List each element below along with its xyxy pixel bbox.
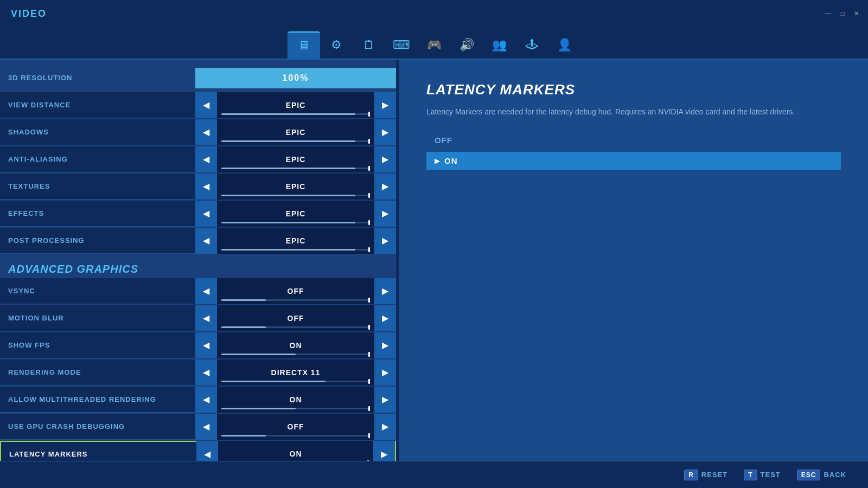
gamepad-icon: 🕹 (526, 38, 538, 52)
gear-icon: ⚙ (331, 38, 342, 52)
motion-blur-prev-button[interactable]: ◀ (195, 305, 217, 331)
gpu-crash-prev-button[interactable]: ◀ (195, 414, 217, 440)
multithreaded-prev-button[interactable]: ◀ (195, 387, 217, 413)
latency-markers-value-box: ON (218, 441, 373, 461)
effects-value-box: EPIC (217, 201, 374, 227)
tab-social[interactable]: 👥 (483, 31, 515, 59)
effects-prev-button[interactable]: ◀ (195, 201, 217, 227)
video-icon: 🖥 (298, 38, 310, 53)
tab-gamepad[interactable]: 🕹 (515, 31, 548, 59)
motion-blur-next-button[interactable]: ▶ (374, 305, 396, 331)
setting-row-multithreaded: ALLOW MULTITHREADED RENDERING ◀ ON ▶ (0, 387, 396, 413)
window-controls[interactable]: — □ ✕ (822, 0, 863, 27)
controller-icon: 🎮 (427, 38, 442, 52)
vsync-next-button[interactable]: ▶ (374, 278, 396, 304)
option-on-arrow-icon: ▶ (435, 157, 440, 165)
anti-aliasing-next-button[interactable]: ▶ (374, 146, 396, 172)
resolution-value[interactable]: 100% (195, 68, 396, 88)
setting-control-effects: ◀ EPIC ▶ (195, 201, 396, 227)
reset-key-badge: R (684, 470, 698, 480)
post-processing-prev-button[interactable]: ◀ (195, 228, 217, 254)
setting-control-shadows: ◀ EPIC ▶ (195, 119, 396, 145)
tab-controller[interactable]: 🎮 (418, 31, 450, 59)
back-action[interactable]: ESC BACK (797, 470, 846, 480)
setting-row-latency-markers[interactable]: LATENCY MARKERS ◀ ON ▶ (0, 441, 396, 461)
setting-row-shadows: SHADOWS ◀ EPIC ▶ (0, 119, 396, 145)
setting-control-gpu-crash: ◀ OFF ▶ (195, 414, 396, 440)
textures-prev-button[interactable]: ◀ (195, 174, 217, 200)
account-icon: 🗒 (363, 38, 375, 52)
multithreaded-next-button[interactable]: ▶ (374, 387, 396, 413)
tab-profile[interactable]: 👤 (548, 31, 580, 59)
tab-settings[interactable]: ⚙ (320, 31, 353, 59)
reset-label: RESET (701, 471, 727, 479)
textures-value-box: EPIC (217, 174, 374, 200)
profile-icon: 👤 (557, 38, 572, 52)
setting-label-textures: TEXTURES (0, 182, 195, 190)
setting-control-show-fps: ◀ ON ▶ (195, 332, 396, 358)
main-content: 3D RESOLUTION 100% VIEW DISTANCE ◀ EPIC … (0, 60, 868, 461)
setting-label-vsync: VSYNC (0, 287, 195, 295)
setting-control-latency-markers: ◀ ON ▶ (196, 441, 395, 461)
social-icon: 👥 (492, 38, 507, 52)
shadows-prev-button[interactable]: ◀ (195, 119, 217, 145)
setting-row-anti-aliasing: ANTI-ALIASING ◀ EPIC ▶ (0, 146, 396, 172)
setting-label-shadows: SHADOWS (0, 128, 195, 136)
setting-label-multithreaded: ALLOW MULTITHREADED RENDERING (0, 395, 195, 403)
reset-action[interactable]: R RESET (684, 470, 727, 480)
setting-row-vsync: VSYNC ◀ OFF ▶ (0, 278, 396, 304)
anti-aliasing-value-box: EPIC (217, 146, 374, 172)
option-off-label: OFF (435, 136, 452, 145)
bottom-bar: R RESET T TEST ESC BACK (0, 461, 868, 488)
anti-aliasing-prev-button[interactable]: ◀ (195, 146, 217, 172)
setting-label-gpu-crash: USE GPU CRASH DEBUGGING (0, 422, 195, 431)
setting-control-post-processing: ◀ EPIC ▶ (195, 228, 396, 254)
view-distance-prev-button[interactable]: ◀ (195, 92, 217, 118)
close-button[interactable]: ✕ (851, 9, 863, 18)
setting-control-vsync: ◀ OFF ▶ (195, 278, 396, 304)
setting-label-latency-markers: LATENCY MARKERS (1, 450, 196, 458)
setting-row-effects: EFFECTS ◀ EPIC ▶ (0, 201, 396, 227)
effects-next-button[interactable]: ▶ (374, 201, 396, 227)
setting-label-post-processing: POST PROCESSING (0, 236, 195, 245)
latency-markers-next-button[interactable]: ▶ (373, 441, 395, 461)
info-description: Latency Markers are needed for the laten… (426, 106, 841, 118)
minimize-button[interactable]: — (822, 9, 835, 18)
tab-video[interactable]: 🖥 (288, 31, 320, 59)
advanced-graphics-header: ADVANCED GRAPHICS (0, 255, 396, 278)
setting-row-3d-resolution: 3D RESOLUTION 100% (0, 65, 396, 91)
vsync-prev-button[interactable]: ◀ (195, 278, 217, 304)
gpu-crash-next-button[interactable]: ▶ (374, 414, 396, 440)
window-title: VIDEO (11, 8, 47, 20)
maximize-button[interactable]: □ (838, 9, 848, 18)
option-on[interactable]: ▶ ON (426, 152, 841, 170)
textures-next-button[interactable]: ▶ (374, 174, 396, 200)
gpu-crash-value-box: OFF (217, 414, 374, 440)
setting-row-textures: TEXTURES ◀ EPIC ▶ (0, 174, 396, 200)
view-distance-value-box: EPIC (217, 92, 374, 118)
motion-blur-value-box: OFF (217, 305, 374, 331)
shadows-next-button[interactable]: ▶ (374, 119, 396, 145)
latency-markers-prev-button[interactable]: ◀ (196, 441, 218, 461)
setting-row-rendering-mode: RENDERING MODE ◀ DIRECTX 11 ▶ (0, 359, 396, 386)
setting-control-anti-aliasing: ◀ EPIC ▶ (195, 146, 396, 172)
test-key-badge: T (744, 470, 757, 480)
option-off[interactable]: OFF (426, 131, 841, 149)
test-action[interactable]: T TEST (744, 470, 781, 480)
setting-label-motion-blur: MOTION BLUR (0, 314, 195, 322)
post-processing-next-button[interactable]: ▶ (374, 228, 396, 254)
setting-row-view-distance: VIEW DISTANCE ◀ EPIC ▶ (0, 92, 396, 118)
rendering-mode-next-button[interactable]: ▶ (374, 359, 396, 386)
show-fps-next-button[interactable]: ▶ (374, 332, 396, 358)
tab-audio[interactable]: 🔊 (450, 31, 483, 59)
tab-keyboard[interactable]: ⌨ (385, 31, 418, 59)
vsync-value-box: OFF (217, 278, 374, 304)
option-list: OFF ▶ ON (426, 131, 841, 170)
show-fps-prev-button[interactable]: ◀ (195, 332, 217, 358)
title-bar: VIDEO — □ ✕ (0, 0, 868, 27)
view-distance-next-button[interactable]: ▶ (374, 92, 396, 118)
setting-control-view-distance: ◀ EPIC ▶ (195, 92, 396, 118)
shadows-value-box: EPIC (217, 119, 374, 145)
rendering-mode-prev-button[interactable]: ◀ (195, 359, 217, 386)
tab-account[interactable]: 🗒 (353, 31, 385, 59)
